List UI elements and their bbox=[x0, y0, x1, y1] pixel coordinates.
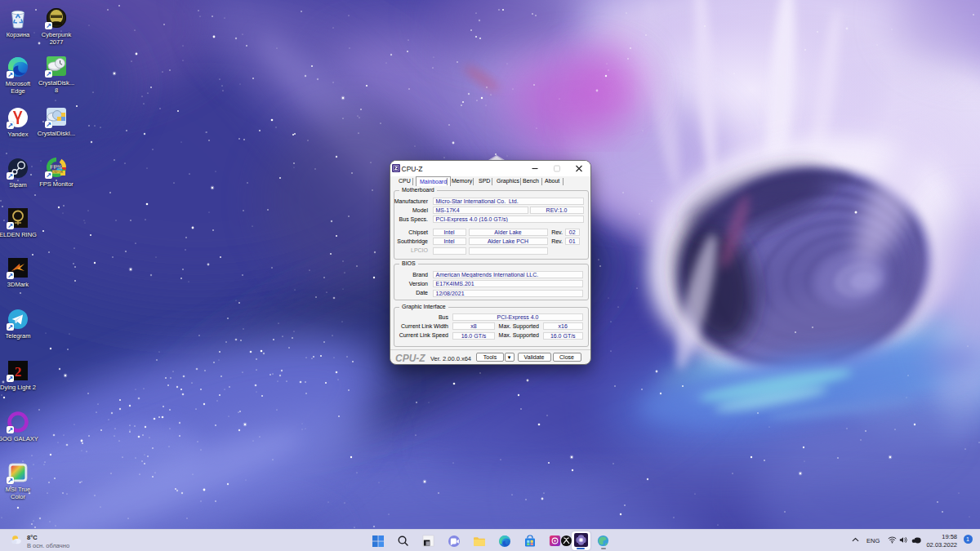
svg-text:FPS: FPS bbox=[50, 163, 62, 171]
svg-text:2: 2 bbox=[15, 364, 22, 380]
